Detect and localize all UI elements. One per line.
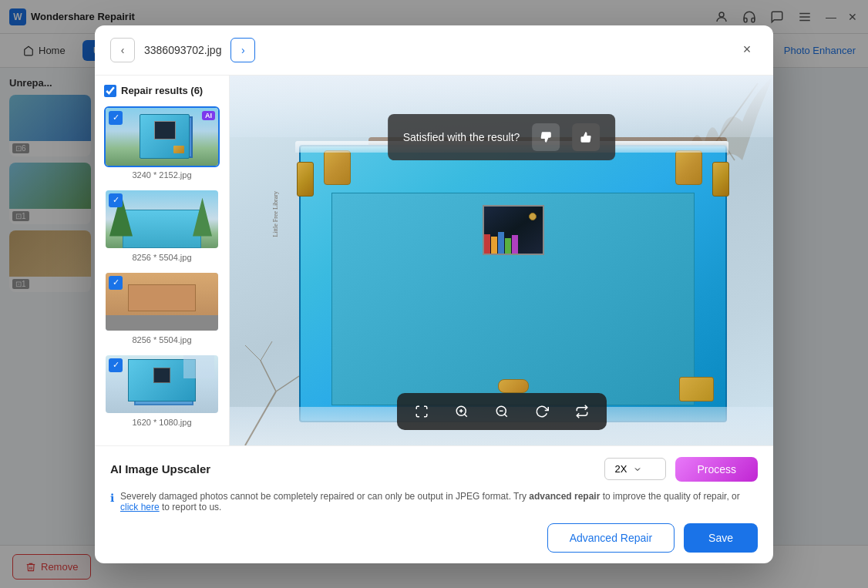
svg-line-11 [245,345,261,361]
thumbs-up-button[interactable] [572,123,600,151]
thumbnail-item-4[interactable]: ✓ 1620 * 1080.jpg [104,354,220,427]
thumb-label-2: 8256 * 5504.jpg [104,253,220,262]
upscaler-row: AI Image Upscaler 2X Process [110,457,758,482]
modal-dialog: ‹ 3386093702.jpg › × Repair results (6) [95,25,773,563]
thumbs-down-button[interactable] [532,123,560,151]
upscaler-scale: 2X [614,463,627,475]
thumb-label-1: 3240 * 2152.jpg [104,170,220,180]
thumbnail-item-1[interactable]: ✓ AI 3240 * 2152.jpg [104,106,220,180]
upscaler-select[interactable]: 2X [604,458,666,480]
thumb-wrapper-2: ✓ [104,189,220,250]
save-button[interactable]: Save [684,523,758,553]
modal-image-area: Little Free Library [230,76,773,445]
zoom-out-button[interactable] [490,399,514,424]
repair-results-label: Repair results (6) [121,85,203,96]
thumbnail-item-3[interactable]: ✓ 8256 * 5504.jpg [104,271,220,344]
info-icon: ℹ [110,492,114,504]
flip-button[interactable] [570,399,594,424]
modal-filename: 3386093702.jpg [144,44,221,56]
modal-close-button[interactable]: × [736,39,758,61]
svg-line-18 [504,414,506,416]
thumb-check-4: ✓ [109,358,123,372]
thumb-label-4: 1620 * 1080.jpg [104,418,220,427]
prev-nav-button[interactable]: ‹ [110,38,135,62]
info-row: ℹ Severely damaged photos cannot be comp… [110,491,758,512]
satisfied-text: Satisfied with the result? [403,131,520,143]
image-container: Little Free Library [230,76,773,445]
satisfied-prompt: Satisfied with the result? [388,114,616,160]
thumbnail-item-2[interactable]: ✓ 8256 * 5504.jpg [104,189,220,262]
rotate-button[interactable] [530,399,554,424]
thumb-ai-badge-1: AI [202,111,215,120]
thumb-check-3: ✓ [109,276,123,290]
modal-footer-buttons: Advanced Repair Save [110,523,758,553]
svg-line-9 [261,361,276,391]
modal-header: ‹ 3386093702.jpg › × [95,25,773,76]
modal-sidebar: Repair results (6) ✓ [95,76,230,445]
svg-line-14 [464,414,466,416]
click-here-link[interactable]: click here [120,502,160,512]
upscaler-label: AI Image Upscaler [110,462,210,475]
thumb-wrapper-3: ✓ [104,271,220,332]
app-window: W Wondershare Repairit [0,0,868,588]
advanced-repair-button[interactable]: Advanced Repair [547,523,675,553]
repair-results-header: Repair results (6) [104,85,220,97]
next-nav-button[interactable]: › [230,38,255,62]
thumb-check-1: ✓ [109,111,123,125]
thumb-check-2: ✓ [109,193,123,207]
modal-nav: ‹ 3386093702.jpg › [110,38,255,62]
thumb-label-3: 8256 * 5504.jpg [104,335,220,344]
fullscreen-button[interactable] [409,399,434,424]
thumb-wrapper-4: ✓ [104,354,220,415]
modal-bottom: AI Image Upscaler 2X Process ℹ Severely … [95,445,773,563]
info-text: Severely damaged photos cannot be comple… [120,491,758,512]
modal-body: Repair results (6) ✓ [95,76,773,445]
modal-overlay: ‹ 3386093702.jpg › × Repair results (6) [0,0,868,588]
svg-line-12 [261,341,272,361]
zoom-in-button[interactable] [449,399,474,424]
thumb-wrapper-1: ✓ AI [104,106,220,167]
process-button[interactable]: Process [675,457,758,482]
svg-line-10 [276,376,299,391]
svg-line-8 [245,391,276,445]
image-toolbar [397,393,607,430]
repair-results-checkbox[interactable] [104,85,116,97]
